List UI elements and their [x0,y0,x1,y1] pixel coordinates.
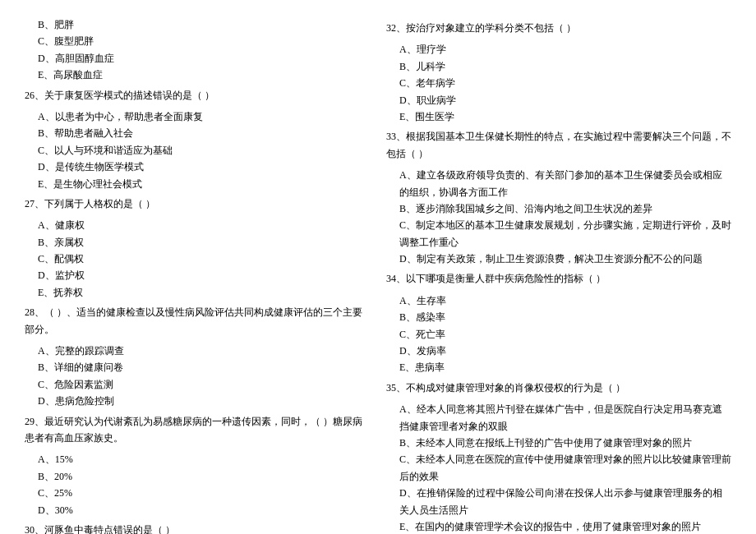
option: B、感染率 [386,309,731,325]
option: A、建立各级政府领导负责的、有关部门参加的基本卫生保健委员会或相应的组织，协调各… [386,167,731,200]
option: D、职业病学 [386,92,731,108]
option: C、制定本地区的基本卫生健康发展规划，分步骤实施，定期进行评价，及时调整工作重心 [386,217,731,251]
option: D、高胆固醇血症 [25,50,370,67]
option: A、经本人同意将其照片刊登在媒体广告中，但是医院自行决定用马赛克遮挡健康管理者对… [386,401,731,435]
option: C、配偶权 [25,251,370,267]
option: E、高尿酸血症 [25,67,370,83]
option: C、25% [25,485,370,501]
option: B、详细的健康问卷 [25,359,370,375]
question: 35、不构成对健康管理对象的肖像权侵权的行为是（ ） [386,380,731,396]
question: 27、下列属于人格权的是（ ） [25,196,370,212]
page: B、肥胖C、腹型肥胖D、高胆固醇血症E、高尿酸血症26、关于康复医学模式的描述错… [0,0,756,534]
option: D、制定有关政策，制止卫生资源浪费，解决卫生资源分配不公的问题 [386,251,731,267]
question: 32、按治疗对象建立的学科分类不包括（ ） [386,20,731,36]
option: E、是生物心理社会模式 [25,176,370,192]
option: C、老年病学 [386,75,731,91]
option: D、发病率 [386,343,731,359]
option: B、亲属权 [25,234,370,251]
option: D、30% [25,502,370,518]
option: C、以人与环境和谐适应为基础 [25,142,370,159]
option: A、完整的跟踪调查 [25,343,370,359]
main-columns: B、肥胖C、腹型肥胖D、高胆固醇血症E、高尿酸血症26、关于康复医学模式的描述错… [25,16,731,534]
option: B、帮助患者融入社会 [25,125,370,141]
option: D、在推销保险的过程中保险公司向潜在投保人出示参与健康管理服务的相关人员生活照片 [386,485,731,518]
option: A、以患者为中心，帮助患者全面康复 [25,108,370,125]
option: C、死亡率 [386,326,731,343]
question: 29、最近研究认为代谢紊乱为易感糖尿病的一种遗传因素，同时，（ ）糖尿病患者有高… [25,413,370,447]
option: B、逐步消除我国城乡之间、沿海内地之间卫生状况的差异 [386,200,731,217]
question: 33、根据我国基本卫生保健长期性的特点，在实施过程中需要解决三个问题，不包括（ … [386,128,731,162]
option: B、未经本人同意在报纸上刊登的广告中使用了健康管理对象的照片 [386,435,731,451]
right-column: 32、按治疗对象建立的学科分类不包括（ ）A、理疗学B、儿科学C、老年病学D、职… [386,16,731,534]
option: D、监护权 [25,267,370,283]
question: 26、关于康复医学模式的描述错误的是（ ） [25,87,370,104]
option: C、未经本人同意在医院的宣传中使用健康管理对象的照片以比较健康管理前后的效果 [386,451,731,485]
option: A、理疗学 [386,41,731,58]
option: A、15% [25,451,370,467]
option: E、患病率 [386,359,731,375]
option: C、腹型肥胖 [25,33,370,49]
left-column: B、肥胖C、腹型肥胖D、高胆固醇血症E、高尿酸血症26、关于康复医学模式的描述错… [25,16,370,534]
option: D、患病危险控制 [25,393,370,409]
question: 34、以下哪项是衡量人群中疾病危险性的指标（ ） [386,270,731,287]
option: B、肥胖 [25,16,370,33]
option: E、抚养权 [25,284,370,301]
option: A、健康权 [25,217,370,233]
option: A、生存率 [386,292,731,309]
option: B、儿科学 [386,58,731,75]
question: 28、（ ）、适当的健康检查以及慢性病风险评估共同构成健康评估的三个主要部分。 [25,304,370,338]
option: D、是传统生物医学模式 [25,159,370,175]
option: E、围生医学 [386,108,731,125]
option: C、危险因素监测 [25,376,370,393]
option: E、在国内的健康管理学术会议的报告中，使用了健康管理对象的照片 [386,518,731,534]
question: 30、河豚鱼中毒特点错误的是（ ） [25,522,370,534]
option: B、20% [25,468,370,485]
